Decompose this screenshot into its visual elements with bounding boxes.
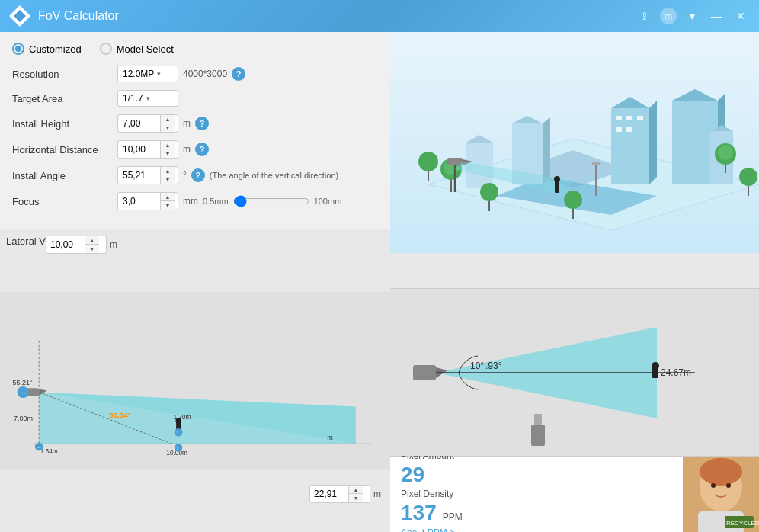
- svg-rect-70: [592, 162, 600, 165]
- dropdown-icon[interactable]: ▾: [683, 7, 701, 25]
- focus-row: Focus ▲ ▼ mm 0.5mm 100mm: [12, 192, 378, 210]
- svg-text:1.54m: 1.54m: [40, 448, 58, 455]
- mode-selection: Customized Model Select: [12, 43, 378, 55]
- svg-text:85.54°: 85.54°: [109, 411, 130, 419]
- focus-slider-max: 100mm: [314, 197, 342, 206]
- target-area-row: Target Area 1/1.7 ▾: [12, 90, 378, 107]
- model-select-radio[interactable]: [100, 43, 112, 55]
- lateral-right-input[interactable]: [310, 487, 348, 501]
- horizontal-distance-label: Horizontal Distance: [12, 144, 111, 155]
- lateral-right-spinbox[interactable]: ▲ ▼ m: [309, 485, 381, 503]
- svg-point-56: [718, 145, 733, 160]
- svg-text:↕: ↕: [176, 446, 178, 451]
- about-ppm-link[interactable]: About PPM >: [401, 527, 672, 532]
- install-angle-spinbox[interactable]: ▲ ▼: [117, 166, 178, 184]
- lateral-distance-input[interactable]: [46, 238, 85, 252]
- focus-input[interactable]: [118, 194, 160, 209]
- lateral-distance-spinbox[interactable]: ▲ ▼ m: [46, 236, 117, 254]
- svg-rect-73: [413, 365, 436, 380]
- install-angle-help[interactable]: ?: [191, 168, 205, 182]
- account-icon[interactable]: m: [660, 8, 677, 24]
- svg-rect-35: [626, 116, 632, 120]
- resolution-select-value: 12.0MP: [123, 69, 154, 79]
- titlebar: FoV Calculator ⇪ m ▾ — ✕: [0, 0, 759, 32]
- svg-text:↕: ↕: [176, 430, 178, 435]
- target-area-value: 1/1.7: [123, 93, 143, 104]
- focus-down[interactable]: ▼: [161, 201, 175, 210]
- main-layout: Customized Model Select Resolution 12.0M…: [0, 32, 759, 532]
- svg-point-86: [711, 483, 716, 488]
- topview-diagram: 10° .93° 24.67m: [390, 289, 759, 456]
- install-height-down[interactable]: ▼: [161, 123, 175, 132]
- svg-text:RECYCLED: RECYCLED: [726, 520, 759, 527]
- resolution-label: Resolution: [12, 69, 111, 80]
- svg-marker-41: [543, 117, 550, 184]
- focus-arrows: ▲ ▼: [160, 193, 175, 210]
- horizontal-distance-up[interactable]: ▲: [161, 141, 175, 149]
- svg-point-85: [700, 458, 742, 486]
- pixel-image: RECYCLED: [683, 457, 759, 532]
- model-select-option[interactable]: Model Select: [100, 43, 174, 55]
- target-area-arrow: ▾: [146, 95, 150, 102]
- install-angle-note: (The angle of the vertical direction): [210, 171, 338, 180]
- customized-option[interactable]: Customized: [12, 43, 82, 55]
- lateral-distance-up[interactable]: ▲: [85, 236, 99, 245]
- svg-rect-34: [616, 116, 622, 120]
- install-height-help[interactable]: ?: [195, 117, 209, 130]
- lateral-right-spinbox-ctrl[interactable]: ▲ ▼: [309, 485, 370, 503]
- focus-spinbox[interactable]: ▲ ▼: [117, 192, 178, 210]
- network-icon[interactable]: ⇪: [636, 7, 654, 25]
- svg-point-87: [726, 483, 731, 488]
- window-controls: ⇪ m ▾ — ✕: [636, 7, 750, 25]
- horizontal-distance-help[interactable]: ?: [195, 143, 209, 156]
- install-height-spinbox[interactable]: ▲ ▼: [117, 114, 178, 133]
- resolution-select[interactable]: 12.0MP ▾: [117, 66, 178, 82]
- customized-radio[interactable]: [12, 43, 24, 55]
- lateral-right-down[interactable]: ▼: [349, 494, 363, 502]
- lateral-distance-spinbox-input[interactable]: ▲ ▼: [46, 236, 107, 254]
- install-angle-up[interactable]: ▲: [161, 167, 175, 175]
- svg-text:↔: ↔: [20, 389, 26, 396]
- pixel-info: Pixel Amount 29 Pixel Density 137 PPM Ab…: [390, 456, 759, 532]
- pixel-density-value: 137: [401, 502, 437, 524]
- minimize-icon[interactable]: —: [707, 7, 725, 25]
- target-area-select[interactable]: 1/1.7 ▾: [117, 90, 178, 107]
- left-panel: Customized Model Select Resolution 12.0M…: [0, 32, 390, 532]
- target-area-controls: 1/1.7 ▾: [117, 90, 178, 107]
- horizontal-distance-row: Horizontal Distance ▲ ▼ m ?: [12, 140, 378, 159]
- svg-text:24.67m: 24.67m: [661, 367, 691, 378]
- view-3d: 3D: [390, 32, 759, 288]
- install-angle-input[interactable]: [118, 168, 160, 183]
- lateral-distance-arrows: ▲ ▼: [85, 236, 99, 253]
- app-title: FoV Calculator: [38, 9, 636, 23]
- install-height-up[interactable]: ▲: [161, 115, 175, 123]
- install-height-controls: ▲ ▼ m ?: [117, 114, 209, 133]
- focus-slider[interactable]: [233, 195, 309, 207]
- close-icon[interactable]: ✕: [732, 7, 750, 25]
- focus-up[interactable]: ▲: [161, 193, 175, 201]
- horizontal-distance-unit: m: [183, 144, 191, 155]
- svg-text:↔: ↔: [37, 444, 42, 450]
- svg-point-68: [554, 176, 560, 182]
- lateral-right-up[interactable]: ▲: [349, 486, 363, 494]
- install-angle-down[interactable]: ▼: [161, 175, 175, 184]
- customized-label: Customized: [29, 43, 82, 55]
- pixel-density-label: Pixel Density: [401, 489, 453, 499]
- lateral-right-arrows: ▲ ▼: [348, 486, 363, 502]
- lateral-distance-down[interactable]: ▼: [85, 245, 99, 253]
- horizontal-distance-input[interactable]: [118, 142, 160, 157]
- install-height-label: Install Height: [12, 118, 111, 130]
- svg-rect-36: [637, 116, 643, 120]
- pixel-density-value-row: 137 PPM: [401, 502, 672, 524]
- pixel-stats: Pixel Amount 29 Pixel Density 137 PPM Ab…: [390, 457, 683, 532]
- install-angle-row: Install Angle ▲ ▼ ° ? (The angle of the …: [12, 166, 378, 184]
- horizontal-distance-spinbox[interactable]: ▲ ▼: [117, 140, 178, 159]
- face-svg: RECYCLED: [683, 457, 759, 532]
- svg-text:m: m: [327, 434, 333, 441]
- svg-point-58: [739, 168, 757, 186]
- lateral-view: Lateral View ▲ ▼ m: [0, 229, 390, 532]
- svg-text:1.70m: 1.70m: [173, 414, 191, 421]
- horizontal-distance-down[interactable]: ▼: [161, 149, 175, 158]
- install-height-input[interactable]: [118, 116, 160, 131]
- resolution-help[interactable]: ?: [232, 67, 245, 81]
